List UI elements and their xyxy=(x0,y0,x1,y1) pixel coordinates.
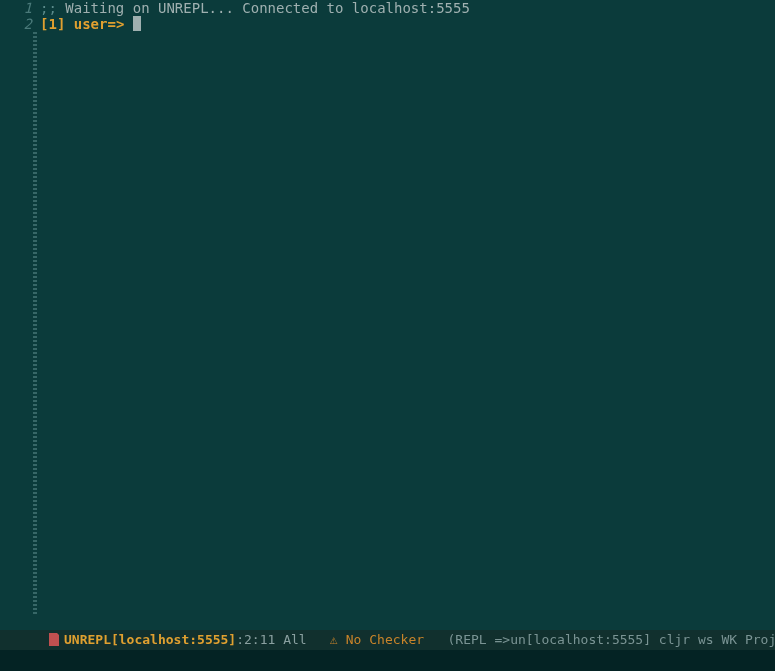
code-line: ;; Waiting on UNREPL... Connected to loc… xyxy=(40,0,775,16)
repl-prompt: user=> xyxy=(65,16,132,32)
comment-marker: ;; xyxy=(40,0,57,16)
text-cursor xyxy=(133,16,141,31)
editor-pane[interactable]: 1 2 ;; Waiting on UNREPL... Connected to… xyxy=(0,0,775,630)
cursor-position: :2:11 All xyxy=(236,632,330,648)
warning-icon: ⚠ xyxy=(330,632,338,648)
repl-prompt-line[interactable]: [1] user=> xyxy=(40,16,775,32)
save-icon xyxy=(48,633,60,647)
buffer-content[interactable]: ;; Waiting on UNREPL... Connected to loc… xyxy=(40,0,775,32)
checker-status: No Checker xyxy=(346,632,424,648)
minibuffer[interactable] xyxy=(0,650,775,671)
line-number: 1 xyxy=(0,0,32,16)
mode-indicators: (REPL =>un[localhost:5555] cljr ws WK Pr… xyxy=(424,632,775,648)
buffer-name: UNREPL[localhost:5555] xyxy=(64,632,236,648)
line-number: 2 xyxy=(0,16,32,32)
prompt-index: 1 xyxy=(48,16,56,32)
comment-text: Waiting on UNREPL... Connected to localh… xyxy=(57,0,470,16)
gutter-continuation-marker xyxy=(33,32,37,616)
modeline: UNREPL[localhost:5555]:2:11 All ⚠ No Che… xyxy=(0,630,775,650)
line-number-gutter: 1 2 xyxy=(0,0,36,630)
